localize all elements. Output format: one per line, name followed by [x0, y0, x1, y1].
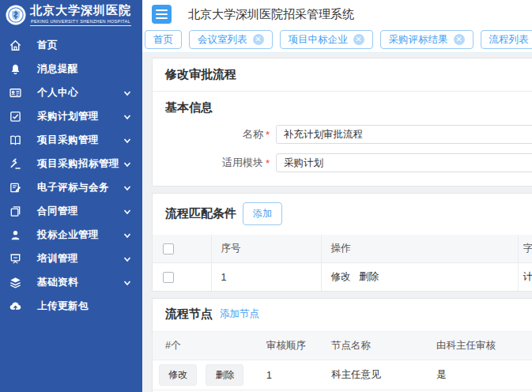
- main-area: 北京大学深圳医院招采管理系统 首页 会议室列表 ✕ 项目中标企业 ✕ 采购评标结…: [142, 0, 532, 392]
- row-checkbox[interactable]: [163, 272, 174, 283]
- id-card-icon: [9, 86, 22, 100]
- page-title: 修改审批流程: [153, 58, 532, 92]
- section-process-nodes-title: 流程节点: [165, 307, 213, 322]
- add-node-link[interactable]: 添加节点: [220, 307, 259, 321]
- clipped-cell: 计: [518, 263, 532, 292]
- section-match-conditions-title: 流程匹配条件: [165, 206, 236, 221]
- sidebar-menu: 首页 消息提醒 个人中心 采购计划管理 项目采购管理 项目采购招标管理: [0, 33, 142, 318]
- table-row: 1 修改 删除 计: [153, 263, 532, 292]
- name-field-label: 名称: [153, 127, 263, 141]
- order-cell: 1: [257, 360, 322, 390]
- sidebar-item-e-evaluation[interactable]: 电子评标与会务: [0, 175, 142, 199]
- doc-edit-icon: [9, 181, 22, 194]
- node-name-cell: 科主任意见: [322, 360, 427, 390]
- home-icon: [9, 39, 22, 52]
- hamburger-menu-button[interactable]: [152, 5, 172, 24]
- col-name-header: 节点名称: [322, 332, 427, 360]
- app-title: 北京大学深圳医院招采管理系统: [188, 7, 354, 22]
- col-clipped-header: 字: [518, 235, 532, 263]
- required-asterisk: *: [266, 129, 270, 141]
- layers-icon: [9, 276, 22, 289]
- table-row: 修改 删除 1 科主任意见 是: [153, 360, 532, 390]
- name-input[interactable]: 补充计划审批流程: [276, 125, 532, 144]
- close-icon[interactable]: ✕: [454, 34, 465, 45]
- edit-link[interactable]: 修改: [331, 271, 351, 282]
- select-all-checkbox[interactable]: [163, 243, 174, 254]
- module-field-label: 适用模块: [153, 156, 263, 170]
- form-row-name: 名称 * 补充计划审批流程: [153, 125, 532, 144]
- dept-head-cell: 是: [427, 360, 532, 390]
- close-icon[interactable]: ✕: [253, 34, 264, 45]
- match-conditions-card: 流程匹配条件 添加 序号 操作 字 1: [152, 193, 532, 292]
- tab-process-list[interactable]: 流程列表 ✕: [481, 30, 532, 49]
- files-icon: [9, 205, 22, 218]
- cloud-upload-icon: [9, 300, 22, 313]
- close-icon[interactable]: ✕: [353, 34, 364, 45]
- sidebar-item-base-data[interactable]: 基础资料: [0, 270, 142, 294]
- col-seq-header: 序号: [211, 235, 321, 263]
- sidebar-item-bidding-management[interactable]: 项目采购招标管理: [0, 152, 142, 175]
- match-conditions-table: 序号 操作 字 1 修改 删除 计: [153, 235, 532, 291]
- chevron-down-icon: [123, 136, 131, 144]
- add-condition-button[interactable]: 添加: [243, 202, 282, 225]
- chevron-down-icon: [123, 278, 131, 286]
- chevron-down-icon: [123, 183, 131, 191]
- chevron-down-icon: [123, 89, 131, 96]
- table-header-row: 序号 操作 字: [153, 235, 532, 263]
- tab-winning-enterprises[interactable]: 项目中标企业 ✕: [280, 30, 373, 49]
- presentation-icon: [9, 252, 22, 266]
- col-actions-header: #个: [153, 332, 257, 360]
- content-area: 修改审批流程 基本信息 名称 * 补充计划审批流程 适用模块 * 采购计划 流程…: [142, 53, 532, 392]
- sidebar-item-personal-center[interactable]: 个人中心: [0, 81, 142, 104]
- basic-info-card: 修改审批流程 基本信息 名称 * 补充计划审批流程 适用模块 * 采购计划: [152, 58, 532, 187]
- gavel-icon: [9, 157, 22, 171]
- sidebar-item-contract-management[interactable]: 合同管理: [0, 199, 142, 223]
- bell-icon: [9, 62, 22, 76]
- seq-cell: 1: [211, 263, 321, 292]
- col-dept-head-header: 由科主任审核: [427, 332, 532, 360]
- top-header: 北京大学深圳医院招采管理系统: [142, 0, 532, 28]
- process-nodes-table: #个 审核顺序 节点名称 由科主任审核 修改 删除 1 科主任意见: [153, 331, 532, 392]
- plan-check-icon: [9, 110, 22, 123]
- tab-evaluation-results[interactable]: 采购评标结果 ✕: [380, 30, 474, 49]
- process-nodes-card: 流程节点 添加节点 #个 审核顺序 节点名称 由科主任审核 修改: [152, 298, 532, 392]
- sidebar-item-training[interactable]: 培训管理: [0, 247, 142, 270]
- edit-button[interactable]: 修改: [159, 364, 197, 386]
- user-icon: [9, 228, 22, 242]
- sidebar-item-notifications[interactable]: 消息提醒: [0, 57, 142, 81]
- col-action-header: 操作: [321, 235, 518, 263]
- sidebar: 北京大学深圳医院 PEKING UNIVERSITY SHENZHEN HOSP…: [0, 0, 142, 392]
- col-order-header: 审核顺序: [257, 332, 322, 360]
- delete-button[interactable]: 删除: [206, 364, 243, 386]
- chevron-down-icon: [123, 112, 131, 120]
- sidebar-item-procurement-plan[interactable]: 采购计划管理: [0, 104, 142, 128]
- delete-link[interactable]: 删除: [359, 271, 379, 282]
- basic-info-form: 名称 * 补充计划审批流程 适用模块 * 采购计划: [153, 125, 532, 186]
- sidebar-item-project-procurement[interactable]: 项目采购管理: [0, 128, 142, 152]
- module-select[interactable]: 采购计划: [276, 153, 532, 172]
- section-basic-info-title: 基本信息: [153, 92, 532, 115]
- hospital-logo-icon: [6, 5, 26, 25]
- hospital-logo: 北京大学深圳医院 PEKING UNIVERSITY SHENZHEN HOSP…: [0, 0, 142, 26]
- sidebar-item-home[interactable]: 首页: [0, 33, 142, 57]
- tab-bar: 首页 会议室列表 ✕ 项目中标企业 ✕ 采购评标结果 ✕ 流程列表 ✕ 流程 ✕: [142, 28, 532, 53]
- chevron-down-icon: [123, 160, 131, 168]
- book-icon: [9, 134, 22, 147]
- chevron-down-icon: [123, 231, 131, 239]
- table-header-row: #个 审核顺序 节点名称 由科主任审核: [153, 332, 532, 360]
- required-asterisk: *: [266, 157, 270, 169]
- form-row-module: 适用模块 * 采购计划: [153, 153, 532, 172]
- chevron-down-icon: [123, 207, 131, 215]
- hospital-name-cn: 北京大学深圳医院: [30, 3, 131, 18]
- sidebar-item-upload-update[interactable]: 上传更新包: [0, 294, 142, 318]
- tab-home[interactable]: 首页: [145, 30, 182, 49]
- chevron-down-icon: [123, 254, 131, 262]
- tab-meeting-room-list[interactable]: 会议室列表 ✕: [189, 30, 273, 49]
- hospital-name-en: PEKING UNIVERSITY SHENZHEN HOSPITAL: [30, 18, 131, 26]
- sidebar-item-bidder-enterprises[interactable]: 投标企业管理: [0, 223, 142, 247]
